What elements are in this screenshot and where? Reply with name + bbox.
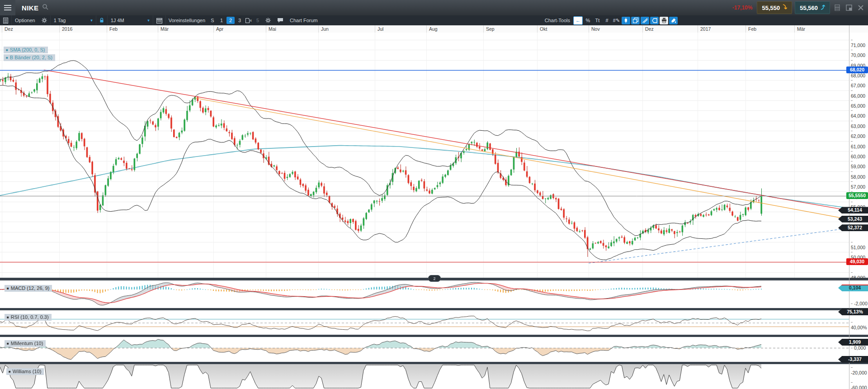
time-axis-tick bbox=[266, 25, 266, 33]
williams-canvas[interactable] bbox=[0, 364, 849, 389]
preset-button-5[interactable]: 5 bbox=[254, 17, 262, 24]
grid-edit-icon[interactable]: #✎ bbox=[612, 17, 621, 24]
text-icon[interactable]: Tt bbox=[593, 17, 602, 24]
chart-tools-group: ←%Tt##✎ bbox=[573, 16, 678, 25]
time-axis-tick bbox=[107, 25, 107, 33]
preset-button-3[interactable]: 3 bbox=[236, 17, 244, 24]
time-axis-label: 2016 bbox=[62, 26, 72, 32]
legend-swatch-icon: ■ bbox=[7, 286, 9, 290]
options-button[interactable]: Optionen bbox=[12, 15, 38, 25]
chat-icon[interactable] bbox=[274, 15, 287, 25]
candlestick-icon[interactable] bbox=[622, 17, 630, 24]
time-axis-label: Feb bbox=[109, 26, 118, 32]
price-badge: 55,5550 bbox=[846, 192, 868, 199]
preset-buttons: S12345 bbox=[208, 17, 262, 24]
price-badge: 68,020 bbox=[846, 66, 868, 73]
legend-macd[interactable]: ■MACD (12, 26, 9) bbox=[5, 285, 52, 292]
trendlines-icon[interactable] bbox=[641, 17, 649, 24]
time-axis-tick bbox=[537, 25, 538, 33]
legend-sma[interactable]: ■SMA (200, 0, S) bbox=[4, 47, 48, 53]
grid-icon[interactable]: # bbox=[603, 17, 611, 24]
price-tick-label: 70,000 bbox=[851, 47, 868, 58]
price-tick-label: 63,000 bbox=[851, 118, 868, 129]
time-axis-tick bbox=[2, 25, 2, 33]
chart-tools-label: Chart-Tools bbox=[545, 18, 573, 23]
close-icon[interactable] bbox=[856, 3, 865, 12]
time-axis-label: Mär bbox=[797, 26, 805, 32]
presets-gear-icon[interactable] bbox=[262, 15, 274, 25]
calendar-icon[interactable] bbox=[153, 15, 166, 25]
time-axis-label: Sep bbox=[486, 26, 495, 32]
legend-swatch-icon: ■ bbox=[7, 342, 9, 346]
macd-canvas[interactable] bbox=[0, 280, 849, 308]
legend-momentum[interactable]: ■MMentum (10) bbox=[5, 340, 46, 347]
legend-swatch-icon: ■ bbox=[6, 48, 8, 52]
legend-swatch-icon: ■ bbox=[7, 315, 9, 319]
legend-swatch-icon: ■ bbox=[9, 370, 11, 374]
range-select[interactable]: 1J 4M▾ bbox=[108, 15, 153, 25]
time-axis-label: Nov bbox=[591, 26, 600, 32]
time-axis-label: Apr bbox=[216, 26, 223, 32]
search-icon[interactable] bbox=[42, 4, 48, 12]
time-axis-tick bbox=[794, 25, 795, 33]
indicator-tick-label: -60,000 bbox=[851, 380, 868, 389]
title-bar: NIKE -17,10% 55,550 55,560 bbox=[0, 0, 868, 16]
symbol-title: NIKE bbox=[22, 4, 38, 12]
price-badge: 1,909 bbox=[838, 339, 868, 346]
chart-toolbar: Optionen 1 Tag▾ 1J 4M▾ Voreinstellungen … bbox=[0, 15, 868, 26]
preset-button-2[interactable]: 2 bbox=[226, 17, 235, 24]
print-icon[interactable] bbox=[660, 17, 668, 24]
time-axis-tick bbox=[745, 25, 746, 33]
presets-label: Voreinstellungen bbox=[166, 18, 208, 23]
preset-button-S[interactable]: S bbox=[208, 17, 217, 24]
price-badge: 53,243 bbox=[838, 216, 868, 223]
pane-collapse-button[interactable]: 2 bbox=[428, 275, 441, 282]
options-gear-icon[interactable] bbox=[38, 15, 51, 25]
time-axis-tick bbox=[642, 25, 643, 33]
price-tick-label: 59,000 bbox=[851, 158, 868, 169]
list-icon[interactable] bbox=[0, 15, 12, 25]
rsi-canvas[interactable] bbox=[0, 310, 849, 335]
williams-pane: ■Williams (10) bbox=[0, 364, 868, 389]
time-axis-tick bbox=[375, 25, 375, 33]
legend-rsi[interactable]: ■RSI (10, 0.7, 0.3) bbox=[5, 314, 52, 321]
price-tick-label: 62,000 bbox=[851, 128, 868, 139]
shape-icon[interactable] bbox=[650, 17, 659, 24]
legend-bbands[interactable]: ■B Bänder (20, 2, S) bbox=[4, 54, 55, 61]
chevron-down-icon: ▾ bbox=[90, 18, 93, 23]
undo-arrow-icon[interactable]: ← bbox=[573, 16, 583, 25]
windows-icon[interactable] bbox=[631, 17, 640, 24]
time-axis-tick bbox=[483, 25, 484, 33]
preset-button-4[interactable]: 4 bbox=[245, 17, 253, 24]
ask-price: 55,560 bbox=[800, 5, 818, 11]
main-chart-canvas[interactable] bbox=[0, 33, 849, 278]
price-badge: 49,030 bbox=[846, 258, 868, 265]
draw-tools-icon[interactable] bbox=[669, 17, 678, 24]
lock-icon[interactable] bbox=[96, 15, 108, 25]
time-axis-tick bbox=[318, 25, 319, 33]
time-axis-label: Okt bbox=[540, 26, 547, 32]
preset-button-1[interactable]: 1 bbox=[217, 17, 226, 24]
menu-icon[interactable] bbox=[0, 0, 15, 15]
legend-williams[interactable]: ■Williams (10) bbox=[6, 368, 44, 375]
rsi-pane: ■RSI (10, 0.7, 0.3) bbox=[0, 310, 868, 335]
time-axis-label: Aug bbox=[429, 26, 438, 32]
price-tick-label: 57,000 bbox=[851, 179, 868, 190]
restore-icon[interactable] bbox=[844, 3, 854, 12]
price-badge: 54,114 bbox=[838, 207, 868, 213]
bid-button[interactable]: 55,550 bbox=[757, 1, 792, 14]
ask-arrow-up-icon bbox=[820, 4, 825, 11]
interval-select[interactable]: 1 Tag▾ bbox=[51, 15, 96, 25]
ask-button[interactable]: 55,560 bbox=[795, 1, 830, 14]
bid-price: 55,550 bbox=[762, 5, 780, 11]
indicator-tick-label: 40,00% bbox=[851, 319, 868, 330]
percent-icon[interactable]: % bbox=[584, 17, 592, 24]
time-axis-tick bbox=[158, 25, 158, 33]
layout-icon[interactable] bbox=[833, 3, 842, 12]
trading-app-window: NIKE -17,10% 55,550 55,560 Optionen 1 Ta… bbox=[0, 0, 868, 389]
price-badge: -3,337 bbox=[838, 356, 868, 363]
momentum-canvas[interactable] bbox=[0, 337, 849, 362]
time-axis-tick bbox=[589, 25, 589, 33]
chart-forum-link[interactable]: Chart Forum bbox=[287, 15, 321, 25]
time-axis[interactable]: Dez2016FebMärAprMaiJunJulAugSepOktNovDez… bbox=[0, 25, 868, 33]
